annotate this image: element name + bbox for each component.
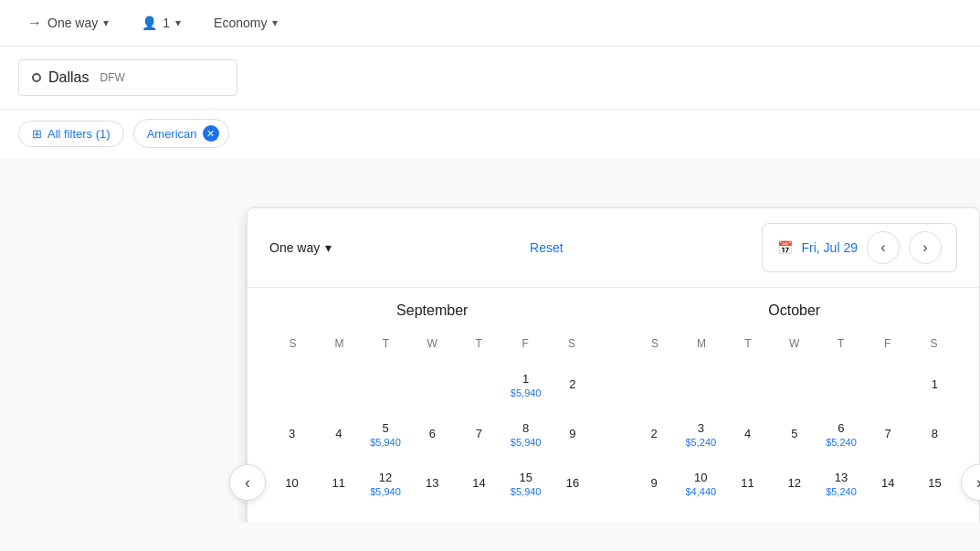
oct-day-14[interactable]: 14 bbox=[866, 460, 911, 507]
origin-code: DFW bbox=[100, 71, 124, 84]
october-day-headers: S M T W T F S bbox=[632, 334, 958, 354]
sep-day-empty-0 bbox=[269, 361, 314, 408]
oct-day-8[interactable]: 8 bbox=[912, 410, 957, 458]
sep-header-S2: S bbox=[549, 334, 595, 354]
october-title: October bbox=[632, 302, 958, 319]
sep-day-9[interactable]: 9 bbox=[550, 410, 595, 458]
cabin-class-selector[interactable]: Economy ▾ bbox=[205, 10, 287, 36]
oct-header-M: M bbox=[678, 334, 724, 354]
sep-day-11[interactable]: 11 bbox=[316, 460, 361, 507]
sep-day-19[interactable]: 19$5,240 bbox=[363, 509, 407, 523]
oct-day-11[interactable]: 11 bbox=[725, 460, 770, 507]
oct-header-W: W bbox=[771, 334, 817, 354]
sep-header-F: F bbox=[502, 334, 549, 354]
oct-day-empty-4 bbox=[818, 361, 863, 408]
sep-day-10[interactable]: 10 bbox=[269, 460, 314, 507]
calendar-oneway-selector[interactable]: One way ▾ bbox=[269, 240, 332, 255]
sep-day-21[interactable]: 21 bbox=[457, 509, 501, 523]
calendar-overlay: One way ▾ Reset 📅 Fri, Jul 29 ‹ › ‹ Sept… bbox=[247, 207, 980, 523]
oct-header-T1: T bbox=[724, 334, 771, 354]
sep-day-13[interactable]: 13 bbox=[410, 460, 455, 507]
calendar-oneway-chevron: ▾ bbox=[325, 240, 332, 255]
oct-day-13[interactable]: 13$5,240 bbox=[818, 460, 863, 507]
sep-day-2[interactable]: 2 bbox=[550, 361, 595, 408]
top-bar: → One way ▾ 👤 1 ▾ Economy ▾ bbox=[0, 0, 980, 47]
oct-day-16[interactable]: 16 bbox=[632, 509, 677, 523]
sep-day-4[interactable]: 4 bbox=[316, 410, 361, 458]
sep-header-M: M bbox=[316, 334, 363, 354]
calendar-oneway-label: One way bbox=[269, 240, 320, 255]
sep-day-12[interactable]: 12$5,940 bbox=[363, 460, 407, 507]
sep-day-empty-1 bbox=[316, 361, 361, 408]
oct-day-5[interactable]: 5 bbox=[772, 410, 817, 458]
oct-day-3[interactable]: 3$5,240 bbox=[679, 410, 723, 458]
oct-day-12[interactable]: 12 bbox=[772, 460, 817, 507]
all-filters-label: All filters (1) bbox=[47, 127, 111, 141]
calendar-date-display: 📅 Fri, Jul 29 ‹ › bbox=[762, 223, 957, 272]
calendar-prev-button[interactable]: ‹ bbox=[867, 231, 900, 264]
oct-day-9[interactable]: 9 bbox=[632, 460, 677, 507]
oct-day-10[interactable]: 10$4,440 bbox=[679, 460, 723, 507]
cabin-chevron-icon: ▾ bbox=[272, 16, 278, 29]
sep-day-3[interactable]: 3 bbox=[269, 410, 314, 458]
sep-day-empty-4 bbox=[457, 361, 501, 408]
sep-day-6[interactable]: 6 bbox=[410, 410, 455, 458]
oct-day-20[interactable]: 20$5,240 bbox=[818, 509, 863, 523]
calendar-header: One way ▾ Reset 📅 Fri, Jul 29 ‹ › bbox=[248, 208, 979, 288]
sep-day-16[interactable]: 16 bbox=[550, 460, 595, 507]
oct-day-6[interactable]: 6$5,240 bbox=[818, 410, 863, 458]
airline-filter-chip[interactable]: American ✕ bbox=[133, 119, 229, 148]
oct-day-1[interactable]: 1 bbox=[912, 361, 957, 408]
calendar-reset-button[interactable]: Reset bbox=[530, 240, 564, 255]
passengers-selector[interactable]: 👤 1 ▾ bbox=[132, 10, 190, 36]
sep-day-15[interactable]: 15$5,940 bbox=[503, 460, 548, 507]
september-month: September S M T W T F S 1$5,9402345$5,94… bbox=[269, 302, 595, 523]
trip-chevron-icon: ▾ bbox=[103, 16, 109, 29]
sep-day-5[interactable]: 5$5,940 bbox=[363, 410, 407, 458]
calendar-icon: 📅 bbox=[777, 240, 793, 255]
oct-day-4[interactable]: 4 bbox=[725, 410, 770, 458]
sep-day-20[interactable]: 20 bbox=[410, 509, 455, 523]
oct-day-empty-1 bbox=[679, 361, 723, 408]
sep-day-23[interactable]: 23 bbox=[550, 509, 595, 523]
oct-day-15[interactable]: 15 bbox=[912, 460, 957, 507]
oct-day-7[interactable]: 7 bbox=[866, 410, 911, 458]
search-row: Dallas DFW bbox=[0, 47, 980, 110]
content-area: One way ▾ Reset 📅 Fri, Jul 29 ‹ › ‹ Sept… bbox=[0, 157, 980, 523]
oct-day-empty-5 bbox=[866, 361, 911, 408]
sep-day-empty-3 bbox=[410, 361, 455, 408]
airline-chip-close[interactable]: ✕ bbox=[203, 125, 219, 142]
oct-day-18[interactable]: 18 bbox=[725, 509, 770, 523]
sep-day-17[interactable]: 17 bbox=[269, 509, 314, 523]
oct-header-S1: S bbox=[632, 334, 679, 354]
sep-day-8[interactable]: 8$5,940 bbox=[503, 410, 548, 458]
oct-day-21[interactable]: 21 bbox=[866, 509, 911, 523]
passengers-count: 1 bbox=[163, 16, 170, 30]
passengers-chevron-icon: ▾ bbox=[175, 16, 181, 29]
passengers-icon: 👤 bbox=[142, 16, 157, 30]
trip-type-selector[interactable]: → One way ▾ bbox=[18, 9, 118, 37]
oct-day-17[interactable]: 17$4,440 bbox=[679, 509, 723, 523]
sep-day-7[interactable]: 7 bbox=[457, 410, 501, 458]
sep-day-22[interactable]: 22$5,240 bbox=[503, 509, 548, 523]
sep-header-S1: S bbox=[269, 334, 316, 354]
oct-day-2[interactable]: 2 bbox=[632, 410, 677, 458]
origin-circle-icon bbox=[32, 73, 41, 82]
october-month: October S M T W T F S 123$5,240456$5,240… bbox=[632, 302, 958, 523]
sep-day-18[interactable]: 18 bbox=[316, 509, 361, 523]
all-filters-button[interactable]: ⊞ All filters (1) bbox=[18, 121, 124, 147]
oct-day-22[interactable]: 22 bbox=[912, 509, 957, 523]
september-day-headers: S M T W T F S bbox=[269, 334, 595, 354]
calendar-next-button[interactable]: › bbox=[909, 231, 942, 264]
september-title: September bbox=[269, 302, 595, 319]
oct-day-19[interactable]: 19 bbox=[772, 509, 817, 523]
sep-header-T2: T bbox=[456, 334, 502, 354]
origin-field[interactable]: Dallas DFW bbox=[18, 59, 237, 96]
october-grid: 123$5,240456$5,24078910$4,440111213$5,24… bbox=[632, 361, 958, 523]
arrow-icon: → bbox=[27, 15, 42, 31]
calendar-side-prev-button[interactable]: ‹ bbox=[229, 464, 266, 501]
filter-icon: ⊞ bbox=[32, 127, 42, 141]
sep-day-1[interactable]: 1$5,940 bbox=[503, 361, 548, 408]
sep-day-empty-2 bbox=[363, 361, 407, 408]
sep-day-14[interactable]: 14 bbox=[457, 460, 501, 507]
